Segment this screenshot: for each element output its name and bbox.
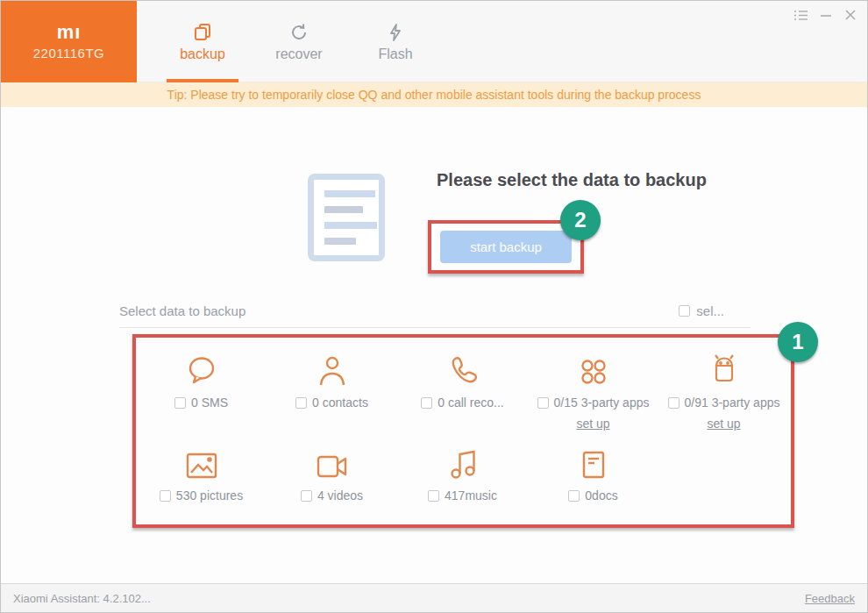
android-apps-label: 0/91 3-party apps (685, 396, 780, 410)
sms-label: 0 SMS (191, 396, 228, 410)
mi-logo: mı (57, 23, 82, 42)
tab-backup-label: backup (180, 46, 225, 62)
recover-refresh-icon (289, 22, 309, 43)
xiaomi-assistant-window: mı 2201116TG backup (0, 0, 868, 613)
select-all-checkbox[interactable] (679, 305, 690, 317)
header-bar: mı 2201116TG backup (1, 1, 867, 82)
pictures-checkbox[interactable] (160, 490, 171, 502)
backup-item-videos: 4 videos (267, 446, 397, 503)
contacts-icon (317, 353, 347, 387)
android-apps-checkbox[interactable] (668, 397, 679, 409)
pictures-icon (185, 446, 218, 480)
window-controls (793, 8, 858, 22)
call-records-icon (447, 353, 479, 387)
annotation-box-step2: start backup 2 (428, 220, 584, 274)
backup-item-sms: 0 SMS (136, 353, 267, 431)
videos-label: 4 videos (317, 488, 363, 503)
sms-checkbox[interactable] (174, 397, 186, 409)
backup-items-grid: 0 SMS 0 contacts (136, 353, 791, 503)
backup-item-music: 417music (397, 446, 528, 503)
tab-flash[interactable]: Flash (347, 1, 444, 82)
menu-list-icon[interactable] (793, 8, 809, 22)
third-party-apps-icon (579, 353, 608, 387)
3party-apps-setup-link[interactable]: set up (576, 417, 609, 431)
music-label: 417music (445, 488, 497, 503)
minimize-icon[interactable] (818, 8, 834, 22)
tip-text: Tip: Please try to temporarily close QQ … (167, 88, 701, 102)
music-icon (449, 446, 477, 480)
device-block: mı 2201116TG (1, 1, 137, 82)
flash-lightning-icon (387, 22, 404, 43)
start-backup-button[interactable]: start backup (440, 231, 572, 263)
tab-flash-label: Flash (378, 46, 412, 62)
backup-item-contacts: 0 contacts (267, 353, 397, 431)
select-all-label: sel... (696, 303, 724, 318)
backup-item-call-records: 0 call reco... (397, 353, 528, 431)
backup-item-android-apps: 0/91 3-party apps set up (658, 353, 789, 431)
select-data-label: Select data to backup (119, 303, 245, 318)
device-model: 2201116TG (33, 46, 105, 61)
close-icon[interactable] (843, 8, 858, 22)
select-data-row: Select data to backup sel... (1, 302, 867, 323)
backup-item-docs: 0docs (528, 446, 658, 503)
tab-backup[interactable]: backup (154, 1, 251, 82)
section-divider (119, 327, 751, 328)
call-records-label: 0 call reco... (438, 396, 503, 410)
docs-icon (580, 446, 608, 480)
contacts-label: 0 contacts (312, 396, 368, 410)
3party-apps-label: 0/15 3-party apps (554, 396, 650, 410)
backup-copy-icon (193, 22, 212, 43)
videos-checkbox[interactable] (301, 490, 312, 502)
android-apps-icon (709, 353, 739, 387)
page-title: Please select the data to backup (437, 170, 707, 190)
tab-recover-label: recover (275, 46, 322, 62)
backup-item-3party-apps: 0/15 3-party apps set up (528, 353, 658, 431)
tab-bar: backup recover Flash (137, 1, 444, 82)
sms-icon (185, 353, 218, 387)
videos-icon (316, 446, 349, 480)
3party-apps-checkbox[interactable] (537, 397, 549, 409)
annotation-box-step1: 1 0 SMS (132, 334, 794, 528)
contacts-checkbox[interactable] (295, 397, 307, 409)
document-illustration-icon (308, 174, 385, 261)
pictures-label: 530 pictures (176, 488, 243, 503)
step-2-badge: 2 (560, 200, 601, 240)
call-records-checkbox[interactable] (421, 397, 432, 409)
tab-recover[interactable]: recover (251, 1, 347, 82)
music-checkbox[interactable] (428, 490, 439, 502)
feedback-link[interactable]: Feedback (805, 592, 855, 605)
backup-item-pictures: 530 pictures (136, 446, 267, 503)
main-content: Please select the data to backup start b… (1, 107, 867, 585)
docs-label: 0docs (585, 488, 617, 503)
docs-checkbox[interactable] (568, 490, 580, 502)
status-bar: Xiaomi Assistant: 4.2.102... Feedback (1, 583, 867, 612)
step-1-badge: 1 (778, 322, 818, 362)
select-all-checkbox-row[interactable]: sel... (679, 303, 724, 318)
tip-bar: Tip: Please try to temporarily close QQ … (1, 82, 867, 107)
android-apps-setup-link[interactable]: set up (707, 417, 740, 431)
app-version-text: Xiaomi Assistant: 4.2.102... (13, 592, 151, 605)
